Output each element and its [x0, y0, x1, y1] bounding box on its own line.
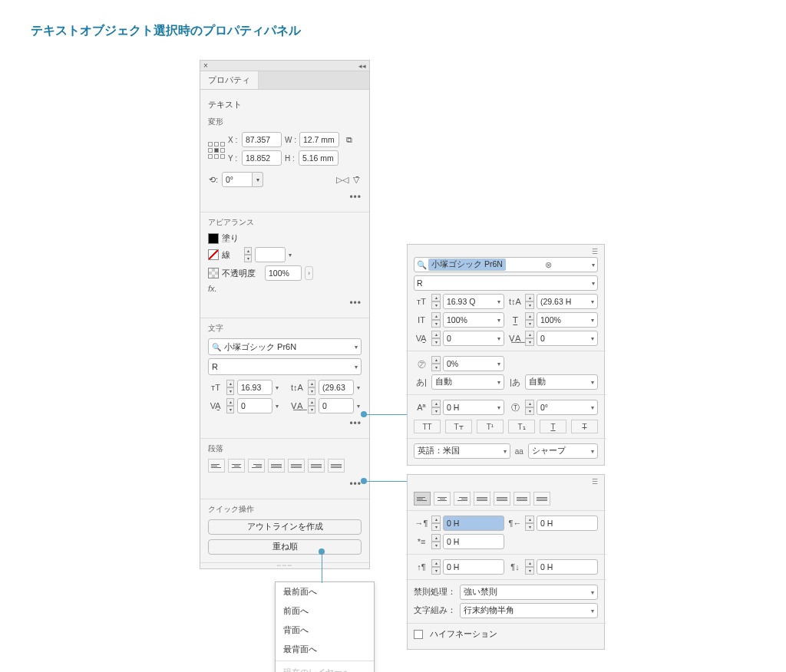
stroke-swatch[interactable]: [208, 249, 219, 260]
align-justify-all-button[interactable]: [328, 459, 345, 473]
char-font-family-input[interactable]: 🔍 小塚ゴシック Pr6N ⊗ ▾: [414, 257, 598, 272]
tracking-input[interactable]: 0: [319, 398, 354, 413]
appearance-more-icon[interactable]: •••: [208, 296, 362, 313]
arrange-button[interactable]: 重ね順: [208, 539, 362, 555]
rotate-dropdown[interactable]: ▾: [253, 172, 263, 187]
char-baseline-stepper[interactable]: ▴▾: [431, 400, 441, 415]
font-size-stepper[interactable]: ▴▾: [226, 380, 234, 395]
para-panel-menu-icon[interactable]: ☰: [592, 478, 598, 487]
character-more-icon[interactable]: •••: [208, 417, 362, 433]
align-right-button[interactable]: [248, 459, 265, 473]
panel-gripper[interactable]: ┉┉┉: [200, 562, 369, 568]
char-hscale-stepper[interactable]: ▴▾: [431, 312, 441, 328]
flip-horizontal-icon[interactable]: ▷◁: [337, 174, 348, 185]
char-baseline-input[interactable]: 0 H▾: [443, 400, 504, 415]
create-outlines-button[interactable]: アウトラインを作成: [208, 519, 362, 535]
char-tracking-stepper[interactable]: ▴▾: [525, 331, 534, 346]
input-w[interactable]: 12.7 mm: [299, 132, 339, 147]
align-justify-center-button[interactable]: [288, 459, 305, 473]
space-after-stepper[interactable]: ▴▾: [525, 559, 534, 575]
paragraph-more-icon[interactable]: •••: [208, 477, 362, 494]
char-tsume-input[interactable]: 0%▾: [443, 356, 504, 371]
char-aki-after-input[interactable]: 自動▾: [525, 374, 598, 390]
flip-vertical-icon[interactable]: ▽̄: [351, 174, 362, 185]
font-family-input[interactable]: 🔍 小塚ゴシック Pr6N ▾: [208, 338, 362, 355]
font-size-input[interactable]: 16.93: [237, 380, 272, 395]
mojikumi-select[interactable]: 行末約物半角▾: [460, 603, 598, 618]
char-kerning-input[interactable]: 0▾: [443, 331, 504, 346]
opacity-swatch[interactable]: [208, 268, 219, 278]
strikethrough-button[interactable]: T: [571, 420, 598, 433]
arrange-bring-forward[interactable]: 前面へ: [276, 601, 374, 621]
opacity-popup-icon[interactable]: ›: [305, 266, 313, 280]
all-caps-button[interactable]: TT: [414, 420, 441, 433]
indent-first-input[interactable]: 0 H: [443, 534, 504, 549]
char-aki-before-input[interactable]: 自動▾: [431, 374, 504, 390]
tab-properties[interactable]: プロパティ: [200, 71, 259, 89]
panel-titlebar[interactable]: × ◂◂: [200, 61, 369, 71]
arrange-send-backward[interactable]: 背面へ: [276, 621, 374, 640]
para-justify-center-button[interactable]: [494, 492, 510, 506]
para-align-right-button[interactable]: [454, 492, 471, 506]
transform-more-icon[interactable]: •••: [208, 190, 362, 207]
underline-button[interactable]: T: [540, 420, 566, 433]
stroke-weight-input[interactable]: [255, 247, 286, 262]
char-tracking-input[interactable]: 0▾: [537, 331, 598, 346]
input-x[interactable]: 87.357: [242, 132, 282, 147]
hyphenation-checkbox[interactable]: [414, 630, 423, 639]
arrange-send-to-back[interactable]: 最背面へ: [276, 640, 374, 659]
char-vscale-input[interactable]: 100%▾: [537, 312, 598, 328]
input-y[interactable]: 18.852: [242, 150, 282, 166]
indent-left-stepper[interactable]: ▴▾: [431, 516, 441, 531]
fill-swatch[interactable]: [208, 233, 219, 244]
space-before-stepper[interactable]: ▴▾: [431, 559, 441, 575]
font-style-input[interactable]: R ▾: [208, 358, 362, 375]
space-before-input[interactable]: 0 H: [443, 559, 504, 575]
para-justify-right-button[interactable]: [514, 492, 530, 506]
small-caps-button[interactable]: Tᴛ: [445, 420, 472, 433]
para-justify-all-button[interactable]: [533, 492, 550, 506]
stroke-weight-stepper[interactable]: ▴▾: [244, 247, 252, 262]
tracking-stepper[interactable]: ▴▾: [308, 398, 315, 413]
reference-point-icon[interactable]: [208, 142, 225, 159]
indent-left-input[interactable]: 0 H: [443, 516, 504, 531]
leading-input[interactable]: (29.63: [319, 380, 354, 395]
space-after-input[interactable]: 0 H: [537, 559, 598, 575]
char-rotation-stepper[interactable]: ▴▾: [525, 400, 534, 415]
char-font-style-input[interactable]: R▾: [414, 275, 598, 291]
close-icon[interactable]: ×: [203, 61, 208, 70]
collapse-icon[interactable]: ◂◂: [358, 62, 366, 70]
char-kerning-stepper[interactable]: ▴▾: [431, 331, 441, 346]
input-rotate[interactable]: 0°: [222, 172, 253, 187]
char-rotation-input[interactable]: 0°▾: [537, 400, 598, 415]
char-leading-stepper[interactable]: ▴▾: [525, 294, 534, 309]
kerning-stepper[interactable]: ▴▾: [226, 398, 234, 413]
opacity-input[interactable]: 100%: [265, 265, 302, 281]
superscript-button[interactable]: T¹: [477, 420, 504, 433]
align-justify-left-button[interactable]: [268, 459, 285, 473]
indent-right-input[interactable]: 0 H: [537, 516, 598, 531]
char-tsume-stepper[interactable]: ▴▾: [431, 356, 441, 371]
align-justify-right-button[interactable]: [308, 459, 325, 473]
char-panel-menu-icon[interactable]: ☰: [592, 248, 598, 257]
fx-label[interactable]: fx.: [208, 284, 217, 293]
char-vscale-stepper[interactable]: ▴▾: [525, 312, 534, 328]
indent-right-stepper[interactable]: ▴▾: [525, 516, 534, 531]
subscript-button[interactable]: T₁: [508, 420, 535, 433]
char-size-stepper[interactable]: ▴▾: [431, 294, 441, 309]
arrange-bring-to-front[interactable]: 最前面へ: [276, 582, 374, 601]
char-size-input[interactable]: 16.93 Q▾: [443, 294, 504, 309]
char-hscale-input[interactable]: 100%▾: [443, 312, 504, 328]
input-h[interactable]: 5.16 mm: [299, 150, 339, 166]
para-align-center-button[interactable]: [434, 492, 451, 506]
para-align-left-button[interactable]: [414, 492, 431, 506]
para-justify-left-button[interactable]: [474, 492, 490, 506]
language-select[interactable]: 英語：米国▾: [414, 443, 510, 459]
clear-icon[interactable]: ⊗: [545, 260, 552, 269]
antialias-select[interactable]: シャープ▾: [528, 443, 598, 459]
kerning-input[interactable]: 0: [237, 398, 272, 413]
kinsoku-select[interactable]: 強い禁則▾: [460, 585, 598, 600]
leading-stepper[interactable]: ▴▾: [308, 380, 315, 395]
align-center-button[interactable]: [228, 459, 245, 473]
indent-first-stepper[interactable]: ▴▾: [431, 534, 441, 549]
